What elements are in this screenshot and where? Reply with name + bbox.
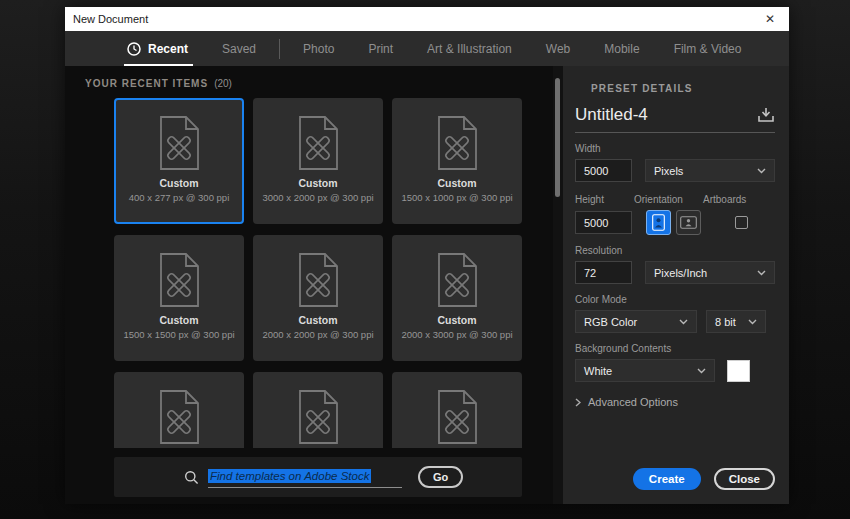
recent-item-card[interactable]: Custom 2000 x 2000 px @ 300 ppi: [253, 235, 383, 361]
scrollbar-thumb[interactable]: [555, 78, 560, 197]
search-icon: [184, 470, 199, 485]
orientation-portrait-button[interactable]: [646, 210, 671, 235]
recent-items-heading: YOUR RECENT ITEMS(20): [65, 66, 553, 89]
recent-items-grid: Custom 400 x 277 px @ 300 ppi Custom 300…: [114, 98, 524, 448]
height-label: Height: [575, 194, 634, 205]
document-x-icon: [150, 387, 208, 447]
recent-item-size: 2000 x 2000 px @ 300 ppi: [262, 329, 373, 340]
chevron-down-icon: [757, 168, 766, 174]
tab-divider: [279, 39, 280, 59]
tab-web[interactable]: Web: [529, 31, 587, 66]
resolution-label: Resolution: [575, 245, 775, 256]
chevron-right-icon: [575, 398, 581, 407]
tab-art-illustration[interactable]: Art & Illustration: [410, 31, 529, 66]
new-document-dialog: New Document ✕ Recent Saved Photo Print …: [65, 7, 789, 504]
tab-recent[interactable]: Recent: [110, 31, 205, 66]
recent-item-card[interactable]: Custom 400 x 277 px @ 300 ppi: [114, 98, 244, 224]
desktop-background: New Document ✕ Recent Saved Photo Print …: [0, 0, 850, 519]
dialog-actions: Create Close: [633, 468, 775, 490]
recent-item-title: Custom: [298, 314, 337, 326]
save-preset-icon[interactable]: [757, 107, 775, 123]
preset-details-heading: PRESET DETAILS: [591, 83, 775, 94]
chevron-down-icon: [757, 270, 766, 276]
color-mode-value: RGB Color: [584, 316, 637, 328]
document-x-icon: [289, 250, 347, 310]
document-x-icon: [289, 387, 347, 447]
recent-item-size: 2000 x 3000 px @ 300 ppi: [401, 329, 512, 340]
recent-items-scrollbar[interactable]: [553, 66, 563, 504]
dialog-titlebar: New Document ✕: [65, 7, 789, 31]
close-button[interactable]: Close: [714, 468, 775, 490]
tab-print[interactable]: Print: [351, 31, 410, 66]
recent-item-card[interactable]: Custom: [392, 372, 522, 448]
document-x-icon: [428, 250, 486, 310]
artboards-checkbox[interactable]: [735, 216, 748, 229]
width-label: Width: [575, 143, 775, 154]
bit-depth-dropdown[interactable]: 8 bit: [706, 310, 766, 333]
recent-items-section: YOUR RECENT ITEMS(20) Custom 400 x 277 p…: [65, 66, 553, 504]
background-contents-dropdown[interactable]: White: [575, 359, 715, 382]
recent-items-viewport[interactable]: Custom 400 x 277 px @ 300 ppi Custom 300…: [114, 98, 524, 448]
advanced-options-toggle[interactable]: Advanced Options: [575, 396, 775, 408]
recent-item-title: Custom: [159, 177, 198, 189]
tab-mobile[interactable]: Mobile: [587, 31, 656, 66]
recent-item-title: Custom: [437, 177, 476, 189]
recent-item-card[interactable]: Custom 1500 x 1500 px @ 300 ppi: [114, 235, 244, 361]
chevron-down-icon: [679, 319, 688, 325]
tab-saved[interactable]: Saved: [205, 31, 273, 66]
preset-category-tabbar: Recent Saved Photo Print Art & Illustrat…: [65, 31, 789, 66]
dialog-body: YOUR RECENT ITEMS(20) Custom 400 x 277 p…: [65, 66, 789, 504]
recent-item-size: 3000 x 2000 px @ 300 ppi: [262, 192, 373, 203]
recent-item-card[interactable]: Custom 1500 x 1000 px @ 300 ppi: [392, 98, 522, 224]
search-input-selected-text: Find templates on Adobe Stock: [208, 469, 371, 483]
close-icon[interactable]: ✕: [761, 10, 779, 28]
document-name-row: Untitled-4: [575, 105, 775, 133]
recent-item-card[interactable]: Custom: [114, 372, 244, 448]
recent-item-title: Custom: [159, 314, 198, 326]
recent-item-card[interactable]: Custom 3000 x 2000 px @ 300 ppi: [253, 98, 383, 224]
artboards-label: Artboards: [703, 194, 746, 205]
color-mode-dropdown[interactable]: RGB Color: [575, 310, 697, 333]
document-x-icon: [289, 113, 347, 173]
orientation-landscape-button[interactable]: [676, 210, 701, 235]
resolution-unit-dropdown[interactable]: Pixels/Inch: [645, 261, 775, 284]
width-unit-dropdown[interactable]: Pixels: [645, 159, 775, 182]
chevron-down-icon: [697, 368, 706, 374]
document-x-icon: [150, 250, 208, 310]
portrait-person-icon: [652, 214, 665, 231]
landscape-person-icon: [680, 216, 697, 229]
chevron-down-icon: [748, 319, 757, 325]
recent-item-title: Custom: [437, 314, 476, 326]
background-color-swatch[interactable]: [727, 360, 750, 382]
document-name-input[interactable]: Untitled-4: [575, 105, 757, 125]
document-x-icon: [428, 113, 486, 173]
adobe-stock-searchbar: Find templates on Adobe Stock Go: [114, 457, 522, 497]
create-button[interactable]: Create: [633, 468, 701, 490]
height-row: 5000: [575, 210, 775, 235]
recent-item-title: Custom: [298, 177, 337, 189]
document-x-icon: [428, 387, 486, 447]
tab-film-video[interactable]: Film & Video: [657, 31, 759, 66]
tab-photo[interactable]: Photo: [286, 31, 351, 66]
height-input[interactable]: 5000: [575, 211, 632, 234]
resolution-unit-value: Pixels/Inch: [654, 267, 707, 279]
recent-item-card[interactable]: Custom: [253, 372, 383, 448]
color-mode-row: RGB Color 8 bit: [575, 310, 775, 333]
clock-icon: [127, 42, 141, 56]
width-row: 5000 Pixels: [575, 159, 775, 182]
recent-item-size: 1500 x 1500 px @ 300 ppi: [123, 329, 234, 340]
recent-items-heading-text: YOUR RECENT ITEMS: [85, 78, 208, 89]
bit-depth-value: 8 bit: [715, 316, 736, 328]
recent-items-count: (20): [214, 78, 232, 89]
color-mode-label: Color Mode: [575, 294, 775, 305]
preset-details-panel: PRESET DETAILS Untitled-4 Width 5000: [563, 66, 789, 504]
orientation-label: Orientation: [634, 194, 703, 205]
resolution-input[interactable]: 72: [575, 261, 632, 284]
go-button[interactable]: Go: [418, 466, 463, 488]
height-orientation-artboards-labels: Height Orientation Artboards: [575, 194, 775, 205]
background-contents-label: Background Contents: [575, 343, 775, 354]
recent-item-card[interactable]: Custom 2000 x 3000 px @ 300 ppi: [392, 235, 522, 361]
document-x-icon: [150, 113, 208, 173]
search-input[interactable]: Find templates on Adobe Stock: [208, 466, 402, 488]
width-input[interactable]: 5000: [575, 159, 632, 182]
